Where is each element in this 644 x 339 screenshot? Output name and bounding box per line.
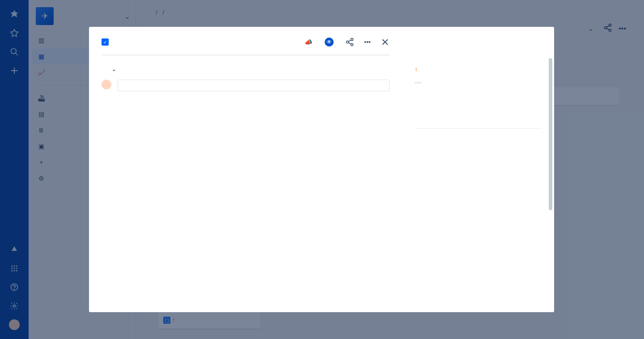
eye-icon: 👁 [325, 38, 334, 47]
watchers[interactable]: 👁 [325, 38, 335, 47]
comment-input[interactable] [118, 80, 390, 91]
more-actions-icon[interactable]: ••• [364, 38, 371, 46]
svg-point-17 [347, 41, 349, 43]
give-feedback-button[interactable]: 📣 [305, 38, 315, 46]
megaphone-icon: 📣 [305, 38, 312, 46]
issue-modal: ✓ 📣 👁 ••• ⌄ [89, 27, 554, 312]
current-user-avatar [102, 80, 111, 89]
close-icon[interactable] [381, 38, 390, 47]
subtask-list [102, 55, 390, 55]
svg-point-18 [351, 43, 353, 46]
activity-section: ⌄ [102, 65, 390, 72]
chevron-down-icon: ⌄ [111, 65, 117, 72]
svg-point-16 [351, 38, 353, 41]
share-icon[interactable] [345, 38, 354, 47]
field-priority[interactable]: ↑ [415, 65, 542, 73]
task-type-icon: ✓ [102, 38, 109, 46]
activity-tab-select[interactable]: ⌄ [109, 65, 117, 72]
scrollbar[interactable] [549, 58, 552, 210]
field-estimate[interactable] [415, 82, 542, 84]
priority-medium-icon: ↑ [415, 65, 418, 73]
